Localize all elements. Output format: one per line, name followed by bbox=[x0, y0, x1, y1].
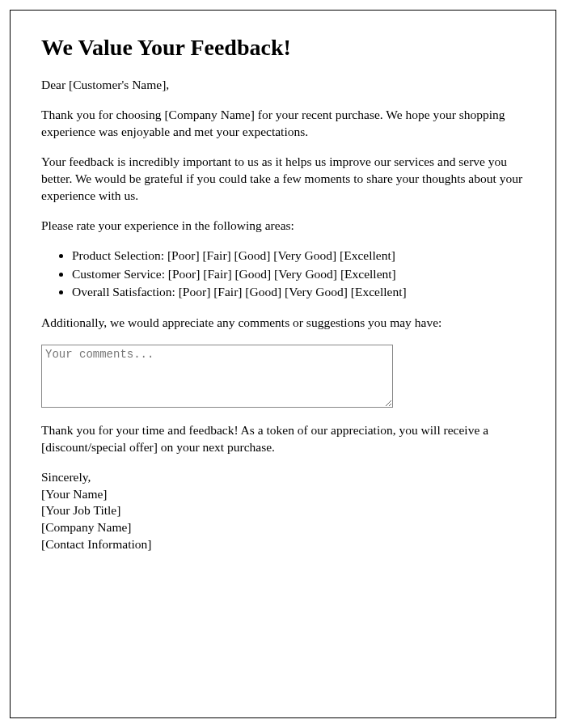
rating-item-overall-satisfaction: Overall Satisfaction: [Poor] [Fair] [Goo… bbox=[72, 283, 525, 301]
rating-item-customer-service: Customer Service: [Poor] [Fair] [Good] [… bbox=[72, 265, 525, 283]
rating-item-product-selection: Product Selection: [Poor] [Fair] [Good] … bbox=[72, 247, 525, 265]
signature-name: [Your Name] bbox=[41, 486, 525, 503]
intro-paragraph-2: Your feedback is incredibly important to… bbox=[41, 154, 525, 205]
signature-contact: [Contact Information] bbox=[41, 536, 525, 553]
thank-you-paragraph: Thank you for your time and feedback! As… bbox=[41, 422, 525, 456]
comments-prompt: Additionally, we would appreciate any co… bbox=[41, 315, 525, 332]
salutation: Dear [Customer's Name], bbox=[41, 77, 525, 94]
comments-input[interactable] bbox=[41, 345, 393, 408]
document-page: We Value Your Feedback! Dear [Customer's… bbox=[10, 10, 556, 718]
rating-prompt: Please rate your experience in the follo… bbox=[41, 218, 525, 235]
signature-block: Sincerely, [Your Name] [Your Job Title] … bbox=[41, 469, 525, 554]
page-title: We Value Your Feedback! bbox=[41, 35, 525, 61]
rating-list: Product Selection: [Poor] [Fair] [Good] … bbox=[72, 247, 525, 301]
signature-closing: Sincerely, bbox=[41, 469, 525, 486]
intro-paragraph-1: Thank you for choosing [Company Name] fo… bbox=[41, 107, 525, 141]
signature-company: [Company Name] bbox=[41, 519, 525, 536]
signature-title: [Your Job Title] bbox=[41, 502, 525, 519]
